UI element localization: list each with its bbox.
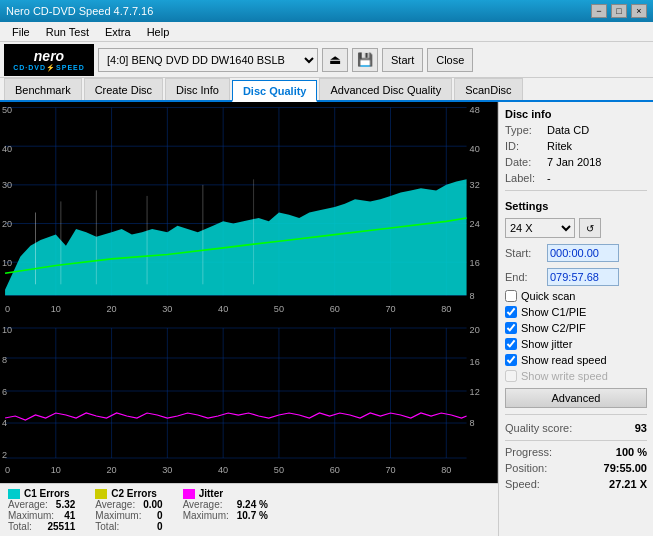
- c2-total-label: Total:: [95, 521, 119, 532]
- svg-text:50: 50: [274, 303, 284, 314]
- progress-value: 100 %: [616, 446, 647, 458]
- svg-rect-42: [0, 323, 497, 483]
- svg-text:10: 10: [2, 256, 12, 267]
- menu-help[interactable]: Help: [139, 24, 178, 40]
- jitter-checkbox[interactable]: [505, 338, 517, 350]
- menu-extra[interactable]: Extra: [97, 24, 139, 40]
- jitter-avg-label: Average:: [183, 499, 223, 510]
- c2-avg-value: 0.00: [143, 499, 162, 510]
- position-value: 79:55.00: [604, 462, 647, 474]
- jitter-label: Jitter: [199, 488, 223, 499]
- disc-label-value: -: [547, 172, 551, 184]
- quick-scan-label: Quick scan: [521, 290, 575, 302]
- svg-text:40: 40: [218, 303, 228, 314]
- quick-scan-checkbox[interactable]: [505, 290, 517, 302]
- eject-button[interactable]: ⏏: [322, 48, 348, 72]
- c1-color-box: [8, 489, 20, 499]
- start-button[interactable]: Start: [382, 48, 423, 72]
- nero-logo-sub: CD·DVD⚡SPEED: [13, 64, 85, 72]
- c2-pif-checkbox[interactable]: [505, 322, 517, 334]
- svg-text:40: 40: [470, 142, 480, 153]
- svg-text:20: 20: [470, 325, 480, 335]
- nero-logo-text: nero: [34, 48, 64, 64]
- c2-total-value: 0: [157, 521, 163, 532]
- jitter-max-value: 10.7 %: [237, 510, 268, 521]
- disc-type-row: Type: Data CD: [505, 124, 647, 136]
- legend-jitter: Jitter Average: 9.24 % Maximum: 10.7 %: [183, 488, 268, 532]
- speed-select[interactable]: 24 X: [505, 218, 575, 238]
- svg-text:20: 20: [107, 465, 117, 475]
- speed-refresh-button[interactable]: ↺: [579, 218, 601, 238]
- write-speed-checkbox[interactable]: [505, 370, 517, 382]
- maximize-button[interactable]: □: [611, 4, 627, 18]
- svg-text:40: 40: [2, 142, 12, 153]
- c1-avg-label: Average:: [8, 499, 48, 510]
- svg-text:80: 80: [441, 303, 451, 314]
- svg-text:4: 4: [2, 418, 7, 428]
- position-label: Position:: [505, 462, 547, 474]
- c1-pie-row: Show C1/PIE: [505, 306, 647, 318]
- c1-label: C1 Errors: [24, 488, 70, 499]
- c1-avg-value: 5.32: [56, 499, 75, 510]
- c1-max-label: Maximum:: [8, 510, 54, 521]
- speed-row: 24 X ↺: [505, 218, 647, 238]
- disc-type-value: Data CD: [547, 124, 589, 136]
- toolbar-close-button[interactable]: Close: [427, 48, 473, 72]
- svg-text:20: 20: [2, 217, 12, 228]
- svg-text:30: 30: [2, 179, 12, 190]
- svg-text:16: 16: [470, 357, 480, 367]
- tab-disc-info[interactable]: Disc Info: [165, 78, 230, 100]
- svg-text:48: 48: [470, 104, 480, 115]
- speed-info-row: Speed: 27.21 X: [505, 478, 647, 490]
- c2-avg-label: Average:: [95, 499, 135, 510]
- read-speed-checkbox[interactable]: [505, 354, 517, 366]
- read-speed-row: Show read speed: [505, 354, 647, 366]
- top-chart-svg: 50 40 30 20 10 48 40 32 24 16 8 0 10 20: [0, 102, 497, 323]
- start-time-input[interactable]: [547, 244, 619, 262]
- svg-text:60: 60: [330, 465, 340, 475]
- c1-max-value: 41: [64, 510, 75, 521]
- svg-text:10: 10: [51, 303, 61, 314]
- menu-file[interactable]: File: [4, 24, 38, 40]
- c2-label: C2 Errors: [111, 488, 157, 499]
- tab-advanced-disc-quality[interactable]: Advanced Disc Quality: [319, 78, 452, 100]
- chart-area: 50 40 30 20 10 48 40 32 24 16 8 0 10 20: [0, 102, 498, 483]
- minimize-button[interactable]: −: [591, 4, 607, 18]
- start-label: Start:: [505, 247, 543, 259]
- logo: nero CD·DVD⚡SPEED: [4, 44, 94, 76]
- close-button[interactable]: ×: [631, 4, 647, 18]
- titlebar-controls: − □ ×: [591, 4, 647, 18]
- tab-benchmark[interactable]: Benchmark: [4, 78, 82, 100]
- svg-text:60: 60: [330, 303, 340, 314]
- quality-value: 93: [635, 422, 647, 434]
- legend-c2: C2 Errors Average: 0.00 Maximum: 0 Total…: [95, 488, 162, 532]
- disc-date-label: Date:: [505, 156, 543, 168]
- quality-row: Quality score: 93: [505, 422, 647, 434]
- jitter-color-box: [183, 489, 195, 499]
- svg-text:50: 50: [2, 104, 12, 115]
- tabs: Benchmark Create Disc Disc Info Disc Qua…: [0, 78, 653, 102]
- advanced-button[interactable]: Advanced: [505, 388, 647, 408]
- svg-text:30: 30: [162, 303, 172, 314]
- jitter-max-label: Maximum:: [183, 510, 229, 521]
- progress-label: Progress:: [505, 446, 552, 458]
- disc-label-label: Label:: [505, 172, 543, 184]
- tab-scandisc[interactable]: ScanDisc: [454, 78, 522, 100]
- menu-run-test[interactable]: Run Test: [38, 24, 97, 40]
- svg-text:10: 10: [2, 325, 12, 335]
- drive-select[interactable]: [4:0] BENQ DVD DD DW1640 BSLB: [98, 48, 318, 72]
- legend-area: C1 Errors Average: 5.32 Maximum: 41 Tota…: [0, 483, 498, 536]
- tab-disc-quality[interactable]: Disc Quality: [232, 80, 318, 102]
- c2-max-value: 0: [157, 510, 163, 521]
- tab-create-disc[interactable]: Create Disc: [84, 78, 163, 100]
- c1-pie-checkbox[interactable]: [505, 306, 517, 318]
- quick-scan-row: Quick scan: [505, 290, 647, 302]
- svg-text:50: 50: [274, 465, 284, 475]
- save-button[interactable]: 💾: [352, 48, 378, 72]
- main-content: 50 40 30 20 10 48 40 32 24 16 8 0 10 20: [0, 102, 653, 536]
- end-label: End:: [505, 271, 543, 283]
- jitter-row: Show jitter: [505, 338, 647, 350]
- end-time-input[interactable]: [547, 268, 619, 286]
- chart-panel: 50 40 30 20 10 48 40 32 24 16 8 0 10 20: [0, 102, 498, 536]
- svg-text:8: 8: [470, 418, 475, 428]
